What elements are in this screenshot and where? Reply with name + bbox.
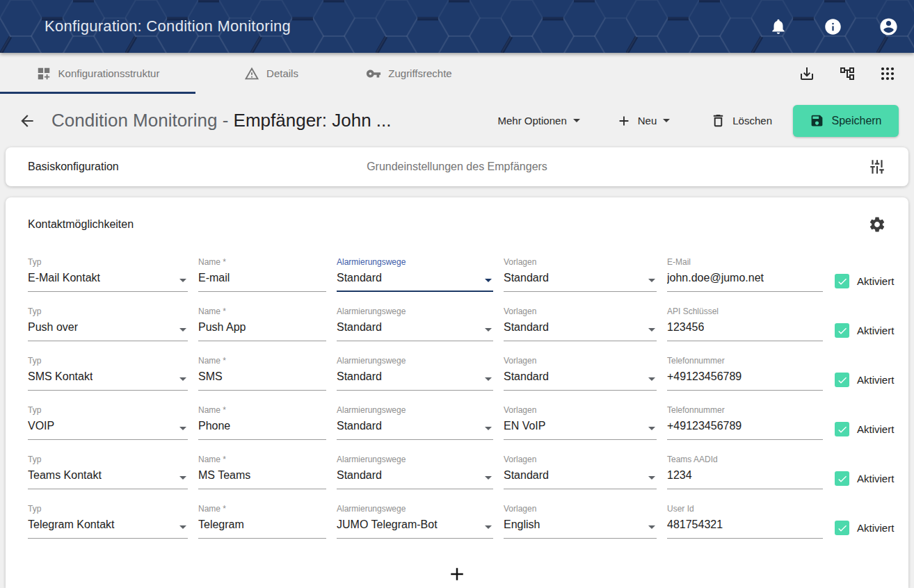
extra-input[interactable]: john.doe@jumo.net [667, 268, 823, 292]
name-input[interactable]: Telegram [198, 514, 326, 539]
typ-label: Typ [28, 307, 188, 317]
typ-select[interactable]: Teams Kontakt [28, 465, 188, 489]
delete-label: Löschen [732, 115, 772, 126]
account-button[interactable] [879, 17, 899, 37]
tab-zugriffsrechte[interactable]: Zugriffsrechte [347, 53, 471, 94]
name-input[interactable]: SMS [198, 366, 326, 391]
breadcrumb-current: Empfänger: John ... [234, 110, 392, 131]
alarm-select[interactable]: Standard [337, 416, 493, 440]
vorlagen-select[interactable]: Standard [504, 465, 657, 489]
vorlagen-value: Standard [504, 320, 549, 335]
typ-select[interactable]: Telegram Kontakt [28, 514, 188, 539]
dropdown-caret-icon [485, 328, 492, 332]
vorlagen-select[interactable]: Standard [504, 317, 657, 341]
aktiviert-checkbox[interactable] [835, 521, 849, 535]
extra-input[interactable]: +49123456789 [667, 416, 823, 440]
tree-view-button[interactable] [839, 65, 856, 82]
aktiviert-label: Aktiviert [857, 522, 894, 534]
typ-field: Typ VOIP [28, 405, 188, 440]
typ-select[interactable]: E-Mail Kontakt [28, 268, 188, 292]
typ-label: Typ [28, 405, 188, 416]
extra-input[interactable]: 123456 [667, 317, 823, 341]
vorlagen-label: Vorlagen [504, 405, 657, 416]
notifications-button[interactable] [769, 17, 787, 35]
alarm-select[interactable]: JUMO Telegram-Bot [337, 514, 493, 539]
aktiviert-checkbox[interactable] [835, 373, 849, 387]
vorlagen-field: Vorlagen Standard [504, 356, 657, 391]
vorlagen-select[interactable]: Standard [504, 366, 657, 391]
name-input[interactable]: E-mail [198, 268, 326, 292]
typ-select[interactable]: SMS Kontakt [28, 366, 188, 391]
vorlagen-select[interactable]: EN VoIP [504, 416, 657, 440]
basis-settings-button[interactable] [868, 158, 886, 176]
contacts-settings-button[interactable] [868, 215, 886, 234]
extra-input[interactable]: 481754321 [667, 514, 823, 539]
alarm-field: Alarmierungswege Standard [337, 307, 493, 341]
add-contact-row [28, 564, 886, 585]
check-icon [837, 473, 848, 484]
vorlagen-select[interactable]: English [504, 514, 657, 539]
alarm-select[interactable]: Standard [337, 366, 493, 391]
contacts-header: Kontaktmöglichkeiten [28, 197, 886, 234]
extra-label: API Schlüssel [667, 307, 823, 317]
aktiviert-cell: Aktiviert [833, 517, 894, 539]
name-input[interactable]: Push App [198, 317, 326, 341]
typ-select[interactable]: VOIP [28, 416, 188, 440]
dropdown-caret-icon [485, 525, 492, 529]
dropdown-caret-icon [648, 525, 655, 529]
dropdown-caret-icon [485, 279, 492, 282]
alarm-field: Alarmierungswege Standard [337, 257, 493, 292]
name-label: Name * [198, 356, 326, 366]
contact-rows: Typ E-Mail Kontakt Name * E-mail Alarmie… [28, 257, 886, 539]
tab-konfigurationsstruktur[interactable]: Konfigurationsstruktur [0, 53, 195, 94]
tree-icon [839, 65, 856, 82]
extra-label: Telefonnummer [667, 356, 823, 366]
typ-field: Typ Push over [28, 307, 188, 341]
extra-input[interactable]: 1234 [667, 465, 823, 489]
more-options-label: Mehr Optionen [498, 115, 567, 126]
vorlagen-select[interactable]: Standard [504, 268, 657, 292]
dropdown-caret-icon [648, 476, 655, 480]
delete-button[interactable]: Löschen [710, 113, 772, 129]
alarm-select[interactable]: Standard [337, 268, 493, 292]
app-bar: Konfiguration: Condition Monitoring [0, 0, 914, 53]
info-button[interactable] [824, 17, 842, 36]
dropdown-caret-icon [648, 377, 655, 381]
extra-label: User Id [667, 504, 823, 514]
name-input[interactable]: MS Teams [198, 465, 326, 489]
aktiviert-checkbox[interactable] [835, 422, 849, 436]
apps-grid-button[interactable] [879, 65, 896, 82]
bell-icon [769, 17, 787, 35]
extra-field: API Schlüssel 123456 [667, 307, 823, 341]
alarm-select[interactable]: Standard [337, 465, 493, 489]
extra-input[interactable]: +49123456789 [667, 366, 823, 391]
add-contact-button[interactable] [447, 564, 467, 585]
aktiviert-checkbox[interactable] [835, 323, 849, 338]
alarm-select[interactable]: Standard [337, 317, 493, 341]
basis-section[interactable]: Grundeinstellungen des Empfängers Basisk… [6, 147, 908, 186]
extra-value: 1234 [667, 468, 692, 483]
vorlagen-label: Vorlagen [504, 307, 657, 317]
alarm-label: Alarmierungswege [337, 455, 493, 465]
new-button[interactable]: Neu [616, 113, 671, 129]
name-value: Push App [198, 320, 246, 335]
vorlagen-field: Vorlagen EN VoIP [504, 405, 657, 440]
name-label: Name * [198, 257, 326, 268]
vorlagen-label: Vorlagen [504, 455, 657, 465]
alarm-label: Alarmierungswege [337, 405, 493, 416]
name-input[interactable]: Phone [198, 416, 326, 440]
typ-select[interactable]: Push over [28, 317, 188, 341]
aktiviert-checkbox[interactable] [835, 274, 849, 288]
alarm-label: Alarmierungswege [337, 307, 493, 317]
tab-details[interactable]: Details [195, 53, 347, 94]
contact-row: Typ Push over Name * Push App Alarmierun… [28, 307, 886, 341]
tab-bar: Konfigurationsstruktur Details Zugriffsr… [0, 53, 914, 94]
aktiviert-checkbox[interactable] [835, 471, 849, 486]
download-button[interactable] [799, 65, 815, 82]
more-options-button[interactable]: Mehr Optionen [498, 115, 580, 126]
save-button[interactable]: Speichern [793, 105, 899, 137]
aktiviert-label: Aktiviert [857, 423, 894, 435]
vorlagen-label: Vorlagen [504, 504, 657, 514]
dropdown-caret-icon [179, 328, 186, 332]
back-button[interactable] [18, 112, 36, 130]
